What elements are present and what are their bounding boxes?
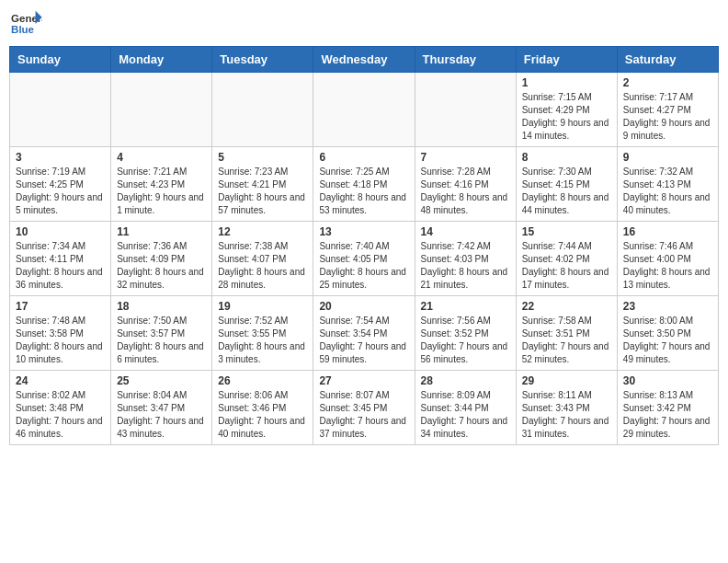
calendar-cell: 4Sunrise: 7:21 AM Sunset: 4:23 PM Daylig…: [111, 147, 212, 222]
day-info: Sunrise: 7:23 AM Sunset: 4:21 PM Dayligh…: [218, 166, 307, 217]
calendar-header-row: SundayMondayTuesdayWednesdayThursdayFrid…: [10, 47, 719, 73]
calendar-cell: 5Sunrise: 7:23 AM Sunset: 4:21 PM Daylig…: [212, 147, 313, 222]
day-number: 7: [421, 151, 510, 164]
calendar-cell: 28Sunrise: 8:09 AM Sunset: 3:44 PM Dayli…: [415, 371, 516, 445]
calendar-cell: 19Sunrise: 7:52 AM Sunset: 3:55 PM Dayli…: [212, 296, 313, 371]
day-info: Sunrise: 8:06 AM Sunset: 3:46 PM Dayligh…: [218, 389, 307, 441]
day-info: Sunrise: 8:04 AM Sunset: 3:47 PM Dayligh…: [117, 389, 206, 441]
calendar-cell: 15Sunrise: 7:44 AM Sunset: 4:02 PM Dayli…: [516, 222, 617, 296]
calendar-cell: 16Sunrise: 7:46 AM Sunset: 4:00 PM Dayli…: [617, 222, 718, 296]
day-info: Sunrise: 7:58 AM Sunset: 3:51 PM Dayligh…: [522, 315, 611, 366]
calendar-header-monday: Monday: [111, 47, 212, 73]
day-number: 23: [623, 300, 712, 313]
calendar-header-friday: Friday: [516, 47, 617, 73]
day-info: Sunrise: 8:13 AM Sunset: 3:42 PM Dayligh…: [623, 389, 712, 441]
day-number: 16: [623, 225, 712, 238]
calendar-cell: 17Sunrise: 7:48 AM Sunset: 3:58 PM Dayli…: [10, 296, 111, 371]
calendar-header-sunday: Sunday: [10, 47, 111, 73]
day-number: 15: [522, 225, 611, 238]
calendar-cell: 11Sunrise: 7:36 AM Sunset: 4:09 PM Dayli…: [111, 222, 212, 296]
calendar-week-row: 3Sunrise: 7:19 AM Sunset: 4:25 PM Daylig…: [10, 147, 719, 222]
calendar-cell: 20Sunrise: 7:54 AM Sunset: 3:54 PM Dayli…: [313, 296, 415, 371]
calendar-cell: 10Sunrise: 7:34 AM Sunset: 4:11 PM Dayli…: [10, 222, 111, 296]
day-info: Sunrise: 7:54 AM Sunset: 3:54 PM Dayligh…: [319, 315, 408, 366]
day-number: 9: [623, 151, 712, 164]
calendar-table: SundayMondayTuesdayWednesdayThursdayFrid…: [9, 46, 719, 445]
logo: General Blue: [9, 9, 42, 37]
day-number: 26: [218, 374, 307, 387]
calendar-cell: 9Sunrise: 7:32 AM Sunset: 4:13 PM Daylig…: [617, 147, 718, 222]
calendar-cell: 25Sunrise: 8:04 AM Sunset: 3:47 PM Dayli…: [111, 371, 212, 445]
calendar-cell: 22Sunrise: 7:58 AM Sunset: 3:51 PM Dayli…: [516, 296, 617, 371]
calendar-cell: 1Sunrise: 7:15 AM Sunset: 4:29 PM Daylig…: [516, 73, 617, 147]
day-info: Sunrise: 7:50 AM Sunset: 3:57 PM Dayligh…: [117, 315, 206, 366]
calendar-cell: 6Sunrise: 7:25 AM Sunset: 4:18 PM Daylig…: [313, 147, 415, 222]
day-number: 11: [117, 225, 206, 238]
calendar-week-row: 1Sunrise: 7:15 AM Sunset: 4:29 PM Daylig…: [10, 73, 719, 147]
calendar-header-saturday: Saturday: [617, 47, 718, 73]
calendar-cell: 27Sunrise: 8:07 AM Sunset: 3:45 PM Dayli…: [313, 371, 415, 445]
day-info: Sunrise: 8:07 AM Sunset: 3:45 PM Dayligh…: [319, 389, 408, 441]
page-header: General Blue: [9, 9, 719, 37]
day-info: Sunrise: 7:28 AM Sunset: 4:16 PM Dayligh…: [421, 166, 510, 217]
day-info: Sunrise: 7:46 AM Sunset: 4:00 PM Dayligh…: [623, 240, 712, 292]
calendar-cell: 12Sunrise: 7:38 AM Sunset: 4:07 PM Dayli…: [212, 222, 313, 296]
day-number: 10: [16, 225, 105, 238]
day-info: Sunrise: 7:19 AM Sunset: 4:25 PM Dayligh…: [16, 166, 105, 217]
calendar-cell: 2Sunrise: 7:17 AM Sunset: 4:27 PM Daylig…: [617, 73, 718, 147]
svg-text:Blue: Blue: [11, 24, 34, 35]
day-number: 5: [218, 151, 307, 164]
day-number: 19: [218, 300, 307, 313]
calendar-cell: [313, 73, 415, 147]
day-info: Sunrise: 7:38 AM Sunset: 4:07 PM Dayligh…: [218, 240, 307, 292]
day-number: 13: [319, 225, 408, 238]
day-number: 21: [421, 300, 510, 313]
day-info: Sunrise: 7:30 AM Sunset: 4:15 PM Dayligh…: [522, 166, 611, 217]
day-info: Sunrise: 7:21 AM Sunset: 4:23 PM Dayligh…: [117, 166, 206, 217]
day-info: Sunrise: 7:56 AM Sunset: 3:52 PM Dayligh…: [421, 315, 510, 366]
logo-icon: General Blue: [9, 9, 42, 37]
day-info: Sunrise: 7:44 AM Sunset: 4:02 PM Dayligh…: [522, 240, 611, 292]
calendar-cell: [10, 73, 111, 147]
day-info: Sunrise: 8:02 AM Sunset: 3:48 PM Dayligh…: [16, 389, 105, 441]
day-info: Sunrise: 7:36 AM Sunset: 4:09 PM Dayligh…: [117, 240, 206, 292]
calendar-cell: 30Sunrise: 8:13 AM Sunset: 3:42 PM Dayli…: [617, 371, 718, 445]
day-info: Sunrise: 7:52 AM Sunset: 3:55 PM Dayligh…: [218, 315, 307, 366]
day-number: 28: [421, 374, 510, 387]
day-info: Sunrise: 7:15 AM Sunset: 4:29 PM Dayligh…: [522, 91, 611, 143]
day-number: 2: [623, 76, 712, 89]
calendar-week-row: 17Sunrise: 7:48 AM Sunset: 3:58 PM Dayli…: [10, 296, 719, 371]
calendar-cell: 29Sunrise: 8:11 AM Sunset: 3:43 PM Dayli…: [516, 371, 617, 445]
calendar-cell: 24Sunrise: 8:02 AM Sunset: 3:48 PM Dayli…: [10, 371, 111, 445]
day-number: 6: [319, 151, 408, 164]
day-number: 22: [522, 300, 611, 313]
calendar-header-thursday: Thursday: [415, 47, 516, 73]
day-info: Sunrise: 7:34 AM Sunset: 4:11 PM Dayligh…: [16, 240, 105, 292]
day-info: Sunrise: 7:32 AM Sunset: 4:13 PM Dayligh…: [623, 166, 712, 217]
day-number: 25: [117, 374, 206, 387]
calendar-cell: 8Sunrise: 7:30 AM Sunset: 4:15 PM Daylig…: [516, 147, 617, 222]
day-number: 3: [16, 151, 105, 164]
day-info: Sunrise: 7:42 AM Sunset: 4:03 PM Dayligh…: [421, 240, 510, 292]
calendar-header-wednesday: Wednesday: [313, 47, 415, 73]
calendar-cell: 13Sunrise: 7:40 AM Sunset: 4:05 PM Dayli…: [313, 222, 415, 296]
day-number: 27: [319, 374, 408, 387]
day-number: 12: [218, 225, 307, 238]
day-number: 30: [623, 374, 712, 387]
day-number: 29: [522, 374, 611, 387]
day-number: 17: [16, 300, 105, 313]
day-info: Sunrise: 8:00 AM Sunset: 3:50 PM Dayligh…: [623, 315, 712, 366]
calendar-cell: 26Sunrise: 8:06 AM Sunset: 3:46 PM Dayli…: [212, 371, 313, 445]
day-number: 4: [117, 151, 206, 164]
day-number: 8: [522, 151, 611, 164]
calendar-week-row: 24Sunrise: 8:02 AM Sunset: 3:48 PM Dayli…: [10, 371, 719, 445]
day-info: Sunrise: 8:09 AM Sunset: 3:44 PM Dayligh…: [421, 389, 510, 441]
calendar-cell: 3Sunrise: 7:19 AM Sunset: 4:25 PM Daylig…: [10, 147, 111, 222]
day-info: Sunrise: 7:25 AM Sunset: 4:18 PM Dayligh…: [319, 166, 408, 217]
day-number: 24: [16, 374, 105, 387]
day-number: 18: [117, 300, 206, 313]
day-number: 1: [522, 76, 611, 89]
calendar-cell: 7Sunrise: 7:28 AM Sunset: 4:16 PM Daylig…: [415, 147, 516, 222]
calendar-cell: 21Sunrise: 7:56 AM Sunset: 3:52 PM Dayli…: [415, 296, 516, 371]
calendar-cell: 14Sunrise: 7:42 AM Sunset: 4:03 PM Dayli…: [415, 222, 516, 296]
